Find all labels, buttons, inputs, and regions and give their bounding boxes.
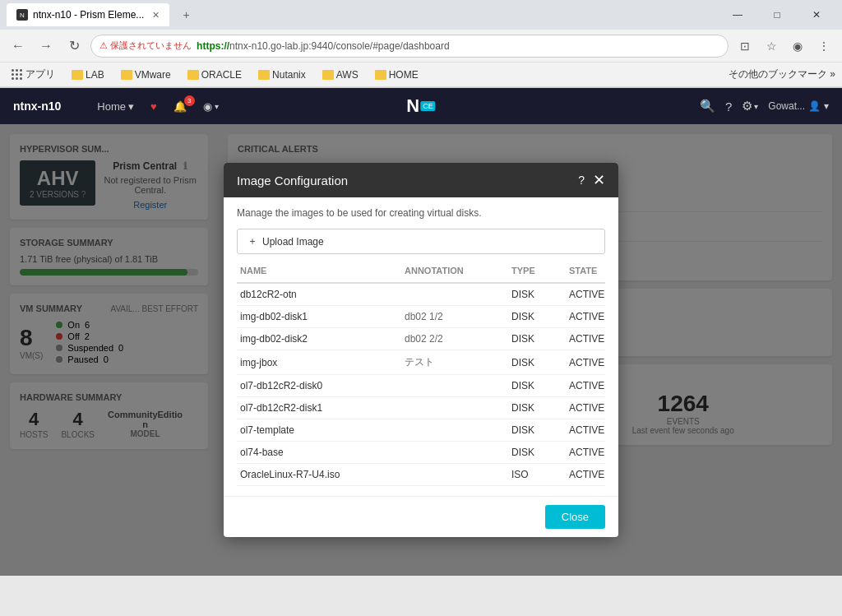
url-path: :9440/console/#page/dashboard (308, 40, 449, 52)
bookmark-home[interactable]: HOME (370, 67, 423, 82)
modal-help-button[interactable]: ? (578, 174, 585, 187)
cell-state-5: ACTIVE (566, 397, 605, 419)
cell-name-5: ol7-db12cR2-disk1 (237, 397, 401, 419)
cell-type-4: DISK (508, 375, 566, 396)
upload-button-label: Upload Image (262, 236, 324, 248)
upload-image-button[interactable]: ＋ Upload Image (237, 229, 605, 254)
table-row: ol74-base DISK ACTIVE ✎ ✕ (237, 442, 605, 464)
nutanix-ce-logo: N CE (406, 95, 435, 117)
cell-annotation-6 (401, 425, 508, 435)
cell-state-0: ACTIVE (566, 284, 605, 305)
bookmark-vmware[interactable]: VMware (116, 67, 176, 82)
cast-button[interactable]: ⊡ (733, 35, 756, 58)
bookmark-aws-label: AWS (336, 69, 359, 81)
active-tab[interactable]: N ntnx-n10 - Prism Eleme... ✕ (7, 3, 169, 26)
cell-name-7: ol74-base (237, 442, 401, 463)
cell-type-3: DISK (508, 352, 566, 373)
help-icon-button[interactable]: ? (725, 100, 732, 113)
minimize-button[interactable]: — (719, 2, 756, 27)
image-table: NAME ANNOTATION TYPE STATE db12cR2-otn (237, 262, 605, 486)
nav-status[interactable]: ◉ ▾ (197, 97, 225, 116)
nutanix-app: ntnx-n10 Home ▾ ♥ 🔔 3 ◉ ▾ N CE (0, 88, 842, 576)
nav-home[interactable]: Home ▾ (90, 97, 141, 116)
modal-close-x-button[interactable]: ✕ (593, 173, 605, 188)
cell-type-2: DISK (508, 328, 566, 350)
table-row: OracleLinux-R7-U4.iso ISO ACTIVE ✎ ✕ (237, 464, 605, 486)
main-content: Hypervisor Sum... AHV 2 VERSIONS ? Prism… (0, 124, 842, 576)
profile-button[interactable]: ◉ (786, 35, 809, 58)
folder-icon (375, 70, 386, 80)
nav-bell[interactable]: 🔔 3 (167, 97, 193, 116)
cell-annotation-5 (401, 403, 508, 413)
app-logo: ntnx-n10 (13, 100, 61, 113)
modal-body: Manage the images to be used for creatin… (224, 197, 618, 496)
table-row: img-db02-disk2 db02 2/2 DISK ACTIVE ✎ ✕ (237, 328, 605, 350)
settings-icon-button[interactable]: ⚙ ▾ (742, 99, 758, 113)
search-icon-button[interactable]: 🔍 (700, 99, 715, 113)
folder-icon (322, 70, 334, 80)
cell-annotation-4 (401, 381, 508, 391)
folder-icon (121, 70, 132, 80)
cell-state-1: ACTIVE (566, 306, 605, 327)
bookmark-home-label: HOME (389, 69, 419, 81)
bookmark-nutanix[interactable]: Nutanix (253, 67, 311, 82)
bookmark-apps[interactable]: アプリ (7, 66, 60, 83)
col-header-name: NAME (237, 262, 401, 279)
cell-state-4: ACTIVE (566, 375, 605, 396)
modal-backdrop: Image Configuration ? ✕ Manage the image… (0, 124, 842, 576)
username: Gowat... (768, 100, 805, 112)
browser-toolbar: ← → ↻ ⚠ 保護されていません https://ntnx-n10.go-la… (0, 30, 842, 63)
cell-name-8: OracleLinux-R7-U4.iso (237, 464, 401, 485)
cell-state-7: ACTIVE (566, 442, 605, 463)
cell-name-2: img-db02-disk2 (237, 328, 401, 350)
plus-icon: ＋ (248, 234, 257, 248)
bookmark-aws[interactable]: AWS (317, 67, 363, 82)
col-header-type: TYPE (508, 262, 566, 279)
cell-type-5: DISK (508, 397, 566, 419)
table-header: NAME ANNOTATION TYPE STATE (237, 262, 605, 284)
address-bar[interactable]: ⚠ 保護されていません https://ntnx-n10.go-lab.jp:9… (90, 35, 729, 58)
header-nav: Home ▾ ♥ 🔔 3 ◉ ▾ (90, 97, 224, 116)
apps-label: アプリ (25, 67, 55, 81)
menu-button[interactable]: ⋮ (812, 35, 835, 58)
table-row: img-db02-disk1 db02 1/2 DISK ACTIVE ✎ ✕ (237, 306, 605, 328)
bell-badge: 3 (184, 95, 195, 106)
user-chevron-icon: ▾ (824, 100, 829, 112)
back-button[interactable]: ← (7, 35, 30, 58)
modal-close-button[interactable]: Close (545, 505, 605, 529)
cell-annotation-0 (401, 289, 508, 299)
bookmark-vmware-label: VMware (135, 69, 171, 81)
toolbar-actions: ⊡ ☆ ◉ ⋮ (733, 35, 835, 58)
user-menu[interactable]: Gowat... 👤 ▾ (768, 100, 829, 112)
cell-annotation-2: db02 2/2 (401, 328, 508, 350)
folder-icon (258, 70, 270, 80)
cell-annotation-1: db02 1/2 (401, 306, 508, 327)
refresh-button[interactable]: ↻ (62, 35, 86, 58)
bookmarks-bar: アプリ LAB VMware ORACLE Nutanix AWS HOME そ… (0, 63, 842, 87)
folder-icon (72, 70, 83, 80)
cell-name-6: ol7-template (237, 419, 401, 441)
browser-chrome: N ntnx-n10 - Prism Eleme... ✕ + — □ ✕ ← … (0, 0, 842, 88)
col-header-state: STATE (566, 262, 605, 279)
window-close-button[interactable]: ✕ (798, 2, 835, 27)
browser-titlebar: N ntnx-n10 - Prism Eleme... ✕ + — □ ✕ (0, 0, 842, 30)
tab-close-button[interactable]: ✕ (152, 10, 160, 21)
table-scroll-wrap[interactable]: db12cR2-otn DISK ACTIVE ✎ ✕ (237, 284, 605, 486)
cell-name-0: db12cR2-otn (237, 284, 401, 305)
url-display: https://ntnx-n10.go-lab.jp:9440/console/… (197, 40, 450, 52)
maximize-button[interactable]: □ (758, 2, 796, 27)
bookmark-button[interactable]: ☆ (760, 35, 783, 58)
bookmark-nutanix-label: Nutanix (272, 69, 306, 81)
more-bookmarks[interactable]: その他のブックマーク » (729, 67, 835, 81)
modal-header-actions: ? ✕ (578, 173, 605, 188)
window-controls: — □ ✕ (719, 2, 835, 27)
bookmark-oracle[interactable]: ORACLE (183, 67, 247, 82)
bookmark-lab[interactable]: LAB (67, 67, 109, 82)
forward-button[interactable]: → (35, 35, 58, 58)
col-header-annotation: ANNOTATION (401, 262, 508, 279)
nav-heart[interactable]: ♥ (144, 97, 164, 116)
cell-type-6: DISK (508, 419, 566, 441)
cell-type-0: DISK (508, 284, 566, 305)
new-tab-button[interactable]: + (176, 3, 196, 26)
cell-name-3: img-jbox (237, 352, 401, 373)
